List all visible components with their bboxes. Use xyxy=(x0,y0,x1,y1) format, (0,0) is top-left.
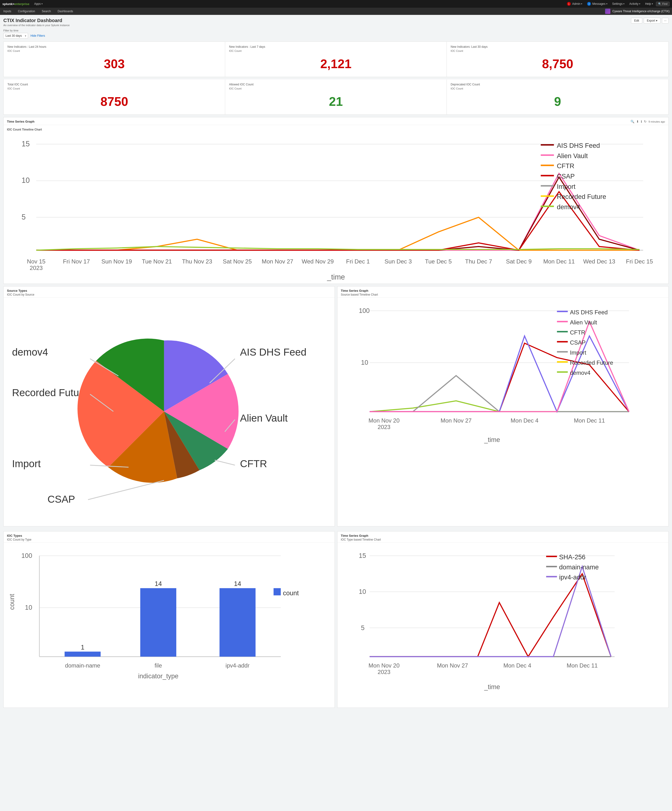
stat-sublabel-total: IOC Count xyxy=(7,87,221,90)
stat-title-7d: New Indicators : Last 7 days xyxy=(229,45,443,49)
admin-menu[interactable]: 1 Admin ▾ xyxy=(565,0,584,8)
subnav-dashboards[interactable]: Dashboards xyxy=(57,10,74,13)
svg-text:100: 100 xyxy=(359,307,369,314)
stat-value-allowed: 21 xyxy=(229,92,443,111)
stat-sublabel-deprecated: IOC Count xyxy=(451,87,665,90)
time-filter-wrap: Last 30 days xyxy=(3,33,28,39)
export-chevron-icon: ▾ xyxy=(656,19,657,22)
svg-text:Recorded Future: Recorded Future xyxy=(12,387,88,398)
ioc-type-ts-chart: 15 10 5 Mon Nov 20 2023 Mon Nov 27 Mon D… xyxy=(341,545,665,704)
stat-card-deprecated: Deprecated IOC Count IOC Count 9 xyxy=(447,80,669,114)
ioc-types-panel: IOC Types IOC Count by Type 100 10 coun xyxy=(3,531,335,708)
hide-filters-link[interactable]: Hide Filters xyxy=(30,34,45,37)
svg-text:file: file xyxy=(155,662,162,669)
subnav-configuration[interactable]: Configuration xyxy=(17,10,36,13)
svg-text:CFTR: CFTR xyxy=(570,329,585,336)
svg-line-53 xyxy=(88,480,164,500)
download-icon[interactable]: ⬇ xyxy=(636,120,639,123)
svg-text:Mon Nov 20: Mon Nov 20 xyxy=(369,662,399,669)
stat-sublabel-7d: IOC Count xyxy=(229,49,443,52)
sub-navigation: Inputs Configuration Search Dashboards C… xyxy=(0,8,672,15)
source-types-panel: Source Types IOC Count by Source AIS DHS… xyxy=(3,286,335,527)
splunk-logo: splunk>enterprise xyxy=(2,2,29,6)
svg-text:count: count xyxy=(8,594,15,610)
refresh-icon[interactable]: ↻ xyxy=(644,120,647,123)
svg-text:100: 100 xyxy=(21,552,32,559)
svg-rect-95 xyxy=(274,588,281,596)
svg-text:ipv4-addr: ipv4-addr xyxy=(225,662,249,669)
stat-card-24h: New Indicators : Last 24 hours IOC Count… xyxy=(3,42,225,77)
svg-text:10: 10 xyxy=(25,604,32,611)
svg-text:10: 10 xyxy=(359,588,366,596)
svg-text:10: 10 xyxy=(22,176,30,184)
ioc-bar-chart: 100 10 count 1 domain-name xyxy=(7,545,331,704)
svg-text:Mon Dec 4: Mon Dec 4 xyxy=(503,662,531,669)
svg-text:CFTR: CFTR xyxy=(557,162,574,170)
time-filter-select[interactable]: Last 30 days xyxy=(3,33,28,39)
timeseries-body: IOC Count Timeline Chart 15 10 5 Nov 15 … xyxy=(3,125,669,283)
row-source: Source Types IOC Count by Source AIS DHS… xyxy=(3,286,669,529)
zoom-icon[interactable]: 🔍 xyxy=(631,120,634,123)
apps-menu[interactable]: Apps ▾ xyxy=(32,0,44,8)
activity-chevron-icon: ▾ xyxy=(639,3,640,5)
subnav-search[interactable]: Search xyxy=(41,10,52,13)
activity-menu[interactable]: Activity ▾ xyxy=(627,0,642,8)
svg-text:Thu Dec 7: Thu Dec 7 xyxy=(465,258,492,265)
svg-text:2023: 2023 xyxy=(378,424,391,430)
ioc-type-ts-header: Time Series Graph IOC Type based Timelin… xyxy=(337,531,669,543)
svg-text:Fri Nov 17: Fri Nov 17 xyxy=(63,258,90,265)
edit-button[interactable]: Edit xyxy=(631,18,642,24)
stat-title-30d: New Indicators: Last 30 days xyxy=(451,45,665,49)
subnav-inputs[interactable]: Inputs xyxy=(2,10,12,13)
svg-text:demov4: demov4 xyxy=(557,203,581,211)
page-header: CTIX Indicator Dashboard An overview of … xyxy=(3,18,669,27)
page-content: CTIX Indicator Dashboard An overview of … xyxy=(0,15,672,716)
svg-text:AIS DHS Feed: AIS DHS Feed xyxy=(557,142,600,149)
svg-text:Mon Nov 27: Mon Nov 27 xyxy=(437,662,468,669)
more-options-button[interactable]: ··· xyxy=(662,18,669,24)
settings-menu[interactable]: Settings ▾ xyxy=(610,0,626,8)
svg-text:Alien Vault: Alien Vault xyxy=(570,319,597,326)
svg-text:count: count xyxy=(283,590,299,597)
svg-text:Fri Dec 15: Fri Dec 15 xyxy=(626,258,653,265)
timeseries-timestamp: 9 minutes ago xyxy=(648,120,665,123)
row-ioc-types: IOC Types IOC Count by Type 100 10 coun xyxy=(3,531,669,710)
info-icon[interactable]: ℹ xyxy=(641,120,642,123)
page-title: CTIX Indicator Dashboard xyxy=(3,18,69,23)
svg-text:domain-name: domain-name xyxy=(559,563,599,571)
svg-text:Wed Nov 29: Wed Nov 29 xyxy=(302,258,334,265)
svg-text:Tue Dec 5: Tue Dec 5 xyxy=(425,258,452,265)
svg-text:demov4: demov4 xyxy=(12,346,48,358)
filter-row: Last 30 days Hide Filters xyxy=(3,33,669,39)
filter-label: Filter by time xyxy=(3,29,669,32)
svg-text:CSAP: CSAP xyxy=(557,173,575,180)
admin-badge: 1 xyxy=(567,2,571,6)
svg-text:Sun Dec 3: Sun Dec 3 xyxy=(384,258,412,265)
messages-badge: 3 xyxy=(587,2,591,6)
messages-chevron-icon: ▾ xyxy=(606,3,608,5)
svg-text:Mon Nov 27: Mon Nov 27 xyxy=(262,258,293,265)
source-timeseries-header: Time Series Graph Source based Timeline … xyxy=(337,287,669,297)
bar-ipv4-addr xyxy=(220,588,256,657)
admin-chevron-icon: ▾ xyxy=(581,3,582,5)
ioc-type-ts-title: Time Series Graph xyxy=(341,534,665,538)
export-button[interactable]: Export ▾ xyxy=(644,18,660,24)
stat-sublabel-30d: IOC Count xyxy=(451,49,665,52)
apps-chevron-icon: ▾ xyxy=(41,3,43,5)
svg-text:Alien Vault: Alien Vault xyxy=(240,412,288,424)
source-types-chart-title: IOC Count by Source xyxy=(7,293,331,296)
svg-text:Alien Vault: Alien Vault xyxy=(557,152,588,159)
app-badge: Cyware Threat Intelligence eXchange (CTI… xyxy=(605,8,670,14)
svg-text:CSAP: CSAP xyxy=(47,494,75,505)
timeseries-actions: 🔍 ⬇ ℹ ↻ 9 minutes ago xyxy=(631,120,665,125)
page-subtitle: An overview of the indicator data in you… xyxy=(3,24,69,27)
messages-menu[interactable]: 3 Messages ▾ xyxy=(585,0,609,8)
source-timeseries-chart: 100 10 Mon Nov 20 2023 Mon Nov 27 Mon De… xyxy=(341,300,665,444)
find-input[interactable]: 🔍 Find xyxy=(656,2,670,6)
ioc-type-ts-chart-title: IOC Type based Timeline Chart xyxy=(341,538,665,541)
svg-text:Import: Import xyxy=(12,458,41,469)
stat-card-7d: New Indicators : Last 7 days IOC Count 2… xyxy=(225,42,447,77)
svg-text:Tue Nov 21: Tue Nov 21 xyxy=(142,258,172,265)
stat-title-24h: New Indicators : Last 24 hours xyxy=(7,45,221,49)
help-menu[interactable]: Help ▾ xyxy=(643,0,655,8)
